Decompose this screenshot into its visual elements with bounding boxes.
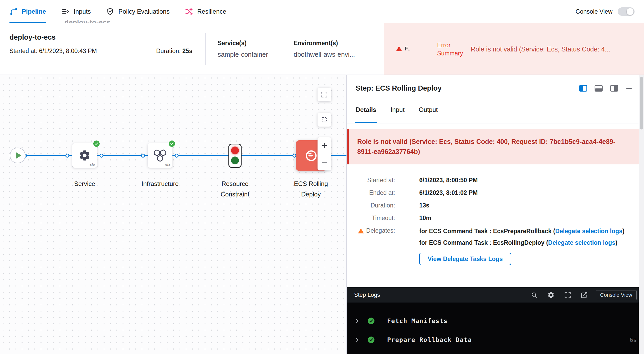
- duration-label: Duration:: [156, 48, 181, 54]
- resilience-icon: [185, 7, 193, 16]
- step-details-panel: Step: ECS Rolling Deploy Details Input O…: [346, 75, 644, 354]
- fullscreen-icon: [321, 91, 328, 98]
- start-node[interactable]: [10, 148, 25, 163]
- gear-icon[interactable]: [547, 291, 555, 299]
- tab-policy-evaluations-label: Policy Evaluations: [118, 8, 170, 15]
- tab-pipeline[interactable]: Pipeline: [9, 0, 46, 23]
- node-service[interactable]: </>: [72, 143, 97, 168]
- scrollbar-thumb[interactable]: [640, 77, 643, 129]
- minimize-icon[interactable]: [626, 85, 632, 92]
- error-summary-label: Error Summary: [437, 41, 470, 58]
- node-resource-constraint[interactable]: [228, 144, 242, 168]
- delegates-label: Delegates:: [366, 226, 395, 235]
- step-logs-panel: Step Logs Console View: [347, 287, 644, 354]
- check-circle-icon: [367, 317, 375, 325]
- tab-output[interactable]: Output: [419, 105, 438, 123]
- delegate-selection-logs-link[interactable]: Delegate selection logs: [548, 239, 615, 246]
- delegate-suffix: ): [622, 228, 625, 235]
- layout-split-right-icon[interactable]: [610, 85, 618, 92]
- traffic-light-red: [231, 147, 239, 154]
- hexagons-icon: [153, 149, 167, 162]
- zoom-out-button[interactable]: −: [318, 154, 331, 170]
- step-logs-header: Step Logs Console View: [347, 287, 644, 303]
- tab-resilience[interactable]: Resilience: [185, 0, 226, 23]
- console-view-toggle[interactable]: [618, 7, 635, 16]
- duration-text: Duration: 25s: [156, 48, 192, 55]
- console-view-label: Console View: [576, 8, 612, 15]
- node-infrastructure[interactable]: </>: [148, 143, 172, 168]
- detail-row: Timeout: 10m: [356, 214, 632, 222]
- detail-value: 6/1/2023, 8:01:02 PM: [419, 189, 478, 197]
- detail-row: Duration: 13s: [356, 201, 632, 210]
- node-label-ecs-rolling-deploy: ECS Rolling Deploy: [287, 179, 335, 200]
- status-badge: F..: [396, 45, 411, 52]
- tab-details[interactable]: Details: [356, 105, 376, 123]
- panel-scrollbar[interactable]: [639, 75, 644, 354]
- tab-inputs[interactable]: Inputs: [61, 0, 91, 23]
- pipeline-title: deploy-to-ecs: [9, 33, 56, 41]
- layout-split-bottom-icon[interactable]: [595, 85, 603, 92]
- error-summary-text: Role is not valid (Service: Ecs, Status …: [471, 45, 642, 53]
- step-error-banner: Role is not valid (Service: Ecs, Status …: [347, 129, 644, 164]
- layout-split-left-icon[interactable]: [579, 85, 587, 92]
- traffic-light-green: [231, 157, 239, 164]
- external-link-icon[interactable]: [581, 291, 588, 299]
- status-badge-text: F..: [405, 45, 411, 52]
- node-label-infrastructure: Infrastructure: [126, 179, 194, 189]
- detail-label: Ended at:: [356, 189, 395, 197]
- delegate-text: for ECS Command Task : EcsRollingDeploy …: [419, 239, 548, 246]
- search-icon[interactable]: [531, 291, 538, 299]
- execution-header: deploy-to-ecs Started at: 6/1/2023, 8:00…: [0, 23, 644, 75]
- check-badge-icon: [93, 140, 100, 147]
- node-label-service: Service: [56, 179, 114, 189]
- canvas-fullscreen-button[interactable]: [318, 88, 331, 101]
- step-logs-body: Fetch Manifests Prepare Rollback Data 6s: [347, 303, 644, 354]
- toggle-knob: [627, 8, 633, 15]
- node-label-resource-constraint: Resource Constraint: [214, 179, 256, 200]
- expand-icon[interactable]: [564, 291, 571, 299]
- started-at-value: 6/1/2023, 8:00:43 PM: [39, 48, 97, 54]
- detail-label: Started at:: [356, 176, 395, 185]
- top-navigation: deploy-to-ecs Pipeline Inputs Policy Eva…: [0, 0, 644, 23]
- delegates-label-cell: Delegates:: [356, 226, 395, 235]
- delegate-selection-logs-link[interactable]: Delegate selection logs: [555, 228, 622, 235]
- canvas-marquee-select-button[interactable]: [318, 113, 331, 127]
- services-value: sample-container: [218, 51, 268, 58]
- detail-value: 10m: [419, 214, 431, 222]
- log-section-label: Fetch Manifests: [387, 317, 448, 324]
- environments-label: Environment(s): [294, 40, 338, 47]
- error-summary-region: F.. Error Summary Role is not valid (Ser…: [384, 23, 644, 75]
- delegate-text: for ECS Command Task : EcsPrepareRollbac…: [419, 228, 555, 235]
- step-panel-tabs: Details Input Output: [347, 105, 644, 123]
- detail-value: 6/1/2023, 8:00:50 PM: [419, 176, 478, 185]
- delegates-value: for ECS Command Task : EcsPrepareRollbac…: [419, 226, 625, 265]
- tab-pipeline-label: Pipeline: [22, 8, 46, 15]
- chevron-right-icon: [354, 337, 360, 343]
- logs-console-view-button[interactable]: Console View: [596, 290, 637, 300]
- view-delegate-tasks-logs-button[interactable]: View Delegate Tasks Logs: [419, 253, 511, 265]
- step-logs-title: Step Logs: [354, 291, 531, 298]
- pipeline-canvas[interactable]: </> Service </> Infrastructure Resource …: [0, 75, 346, 354]
- step-panel-title: Step: ECS Rolling Deploy: [356, 84, 579, 92]
- code-glyph: </>: [165, 163, 171, 167]
- detail-value: 13s: [419, 201, 429, 210]
- zoom-in-button[interactable]: +: [318, 137, 331, 154]
- edge-connector: [141, 154, 145, 158]
- warning-triangle-icon: [358, 228, 364, 234]
- detail-row: Started at: 6/1/2023, 8:00:50 PM: [356, 176, 632, 185]
- log-row-prepare-rollback-data[interactable]: Prepare Rollback Data 6s: [347, 330, 644, 349]
- tab-policy-evaluations[interactable]: Policy Evaluations: [106, 0, 170, 23]
- step-details: Started at: 6/1/2023, 8:00:50 PM Ended a…: [347, 164, 644, 265]
- started-at-label: Started at:: [9, 48, 37, 54]
- check-circle-icon: [367, 336, 375, 344]
- pipeline-icon: [9, 7, 18, 16]
- divider: [205, 33, 206, 65]
- log-row-fetch-manifests[interactable]: Fetch Manifests: [347, 311, 644, 330]
- canvas-zoom-controls: + −: [318, 137, 331, 170]
- log-section-label: Prepare Rollback Data: [387, 336, 472, 343]
- duration-value: 25s: [182, 48, 192, 54]
- check-badge-icon: [168, 140, 176, 147]
- tab-input[interactable]: Input: [391, 105, 405, 123]
- started-at-text: Started at: 6/1/2023, 8:00:43 PM: [9, 48, 97, 55]
- detail-label: Timeout:: [356, 214, 395, 222]
